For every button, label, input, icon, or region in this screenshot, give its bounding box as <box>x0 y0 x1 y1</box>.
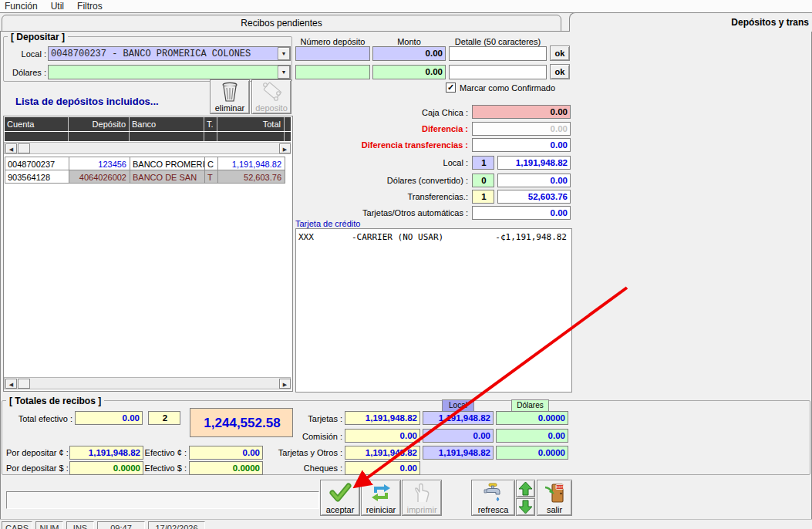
row1-banco[interactable]: BANCO PROMERICA <box>130 157 205 170</box>
comision-dolares-field[interactable]: 0.00 <box>496 429 568 443</box>
por-depositar-dolares-label: Por depositar $ : <box>6 463 68 473</box>
scroll-left-icon[interactable]: ◀ <box>5 379 17 389</box>
faucet-icon <box>481 482 506 504</box>
caja-chica-label: Caja Chica : <box>295 108 468 117</box>
deposit-slip-icon <box>260 81 283 103</box>
row1-cuenta[interactable]: 0048700237 <box>5 157 69 170</box>
menu-bar: Función Util Filtros <box>0 0 812 12</box>
efectivo-colones-label: Efectivo ¢ : <box>122 448 187 457</box>
caja-chica-field[interactable]: 0.00 <box>472 105 571 119</box>
local-combo-dropdown-icon[interactable]: ▼ <box>278 47 290 60</box>
local-bank-combobox[interactable]: 0048700237 - BANCO PROMERICA COLONES <box>48 46 291 61</box>
dolares-detalle-input[interactable] <box>449 65 547 79</box>
menu-util[interactable]: Util <box>51 1 64 12</box>
cheques-field[interactable]: 0.00 <box>345 461 420 475</box>
tarjeta-credito-listbox[interactable]: XXX -CARRIER (NO USAR) -¢1,191,948.82 <box>295 228 572 393</box>
tabstrip-baseline <box>0 31 571 32</box>
header-band <box>217 132 285 141</box>
header-band <box>5 132 69 141</box>
transferencias-field[interactable]: 52,603.76 <box>497 190 571 204</box>
salir-button-label: salir <box>547 505 562 514</box>
up-arrow-icon <box>517 481 534 496</box>
deposito-button[interactable]: deposito <box>251 79 291 114</box>
row1-total[interactable]: 1,191,948.82 <box>217 157 285 170</box>
por-depositar-colones-label: Por depositar ¢ : <box>6 448 68 457</box>
status-time: 09:47 <box>97 521 145 529</box>
transferencias-label: Transferencias.: <box>295 192 468 201</box>
scroll-left-icon[interactable]: ◀ <box>5 143 17 153</box>
tarjetas-dolares-field[interactable]: 0.0000 <box>496 411 568 425</box>
reiniciar-button[interactable]: reiniciar <box>361 480 401 516</box>
tarjeta-codigo: XXX <box>298 232 314 242</box>
scroll-right-icon[interactable]: ▶ <box>279 143 291 153</box>
efectivo-dolares-field[interactable]: 0.0000 <box>189 461 263 475</box>
dolares-monto-input[interactable]: 0.00 <box>372 65 446 79</box>
marcar-confirmado-checkbox[interactable]: ✓ <box>446 83 456 93</box>
tab-recibos-pendientes[interactable]: Recibos pendientes <box>2 15 561 32</box>
dolares-bank-combobox[interactable] <box>48 65 291 79</box>
move-up-button[interactable] <box>516 480 535 497</box>
local-ok-button[interactable]: ok <box>550 45 570 61</box>
resumen-local-field[interactable]: 1,191,948.82 <box>497 156 571 170</box>
menu-filtros[interactable]: Filtros <box>77 1 103 12</box>
down-arrow-icon <box>517 500 534 514</box>
salir-button[interactable]: EXIT salir <box>537 480 572 516</box>
comision-field[interactable]: 0.00 <box>345 429 420 443</box>
scrollbar-thumb[interactable] <box>18 143 30 153</box>
tarjetas-local-field[interactable]: 1,191,948.82 <box>423 411 494 425</box>
resumen-dolares-field[interactable]: 0.00 <box>497 174 571 187</box>
deposito-button-label: deposito <box>255 103 288 113</box>
refresca-button-label: refresca <box>478 505 509 514</box>
tarjetas-otros-dolares-field[interactable]: 0.0000 <box>496 446 568 460</box>
local-monto-input[interactable]: 0.00 <box>372 46 446 61</box>
scroll-right-icon[interactable]: ▶ <box>279 379 291 389</box>
total-efectivo-field[interactable]: 0.00 <box>75 411 143 425</box>
col-header-cuenta[interactable]: Cuenta <box>5 117 69 131</box>
comision-local-field[interactable]: 0.00 <box>423 429 494 443</box>
move-down-button[interactable] <box>516 498 535 516</box>
aceptar-button-label: aceptar <box>326 505 355 514</box>
refresca-button[interactable]: refresca <box>471 480 515 516</box>
row1-tipo[interactable]: C <box>204 157 218 170</box>
dolares-combo-dropdown-icon[interactable]: ▼ <box>278 66 290 79</box>
imprimir-button[interactable]: imprimir <box>402 480 442 516</box>
transferencias-count: 1 <box>472 190 494 204</box>
row2-tipo[interactable]: T <box>204 170 218 184</box>
row2-total[interactable]: 52,603.76 <box>217 170 285 184</box>
row2-banco[interactable]: BANCO DE SAN <box>130 170 205 184</box>
local-detalle-input[interactable] <box>449 46 547 61</box>
tarjeta-descripcion: -CARRIER (NO USAR) <box>352 232 443 242</box>
col-header-banco[interactable]: Banco <box>130 117 204 131</box>
col-header-t[interactable]: T. <box>204 117 217 131</box>
tarjetas-field[interactable]: 1,191,948.82 <box>345 411 420 425</box>
dolares-numero-deposito-input[interactable] <box>295 65 370 79</box>
col-header-total[interactable]: Total <box>217 117 285 131</box>
monto-header: Monto <box>372 37 446 46</box>
diferencia-transferencias-field[interactable]: 0.00 <box>472 138 571 152</box>
tarjetas-otros-local-field[interactable]: 1,191,948.82 <box>423 446 494 460</box>
efectivo-colones-field[interactable]: 0.00 <box>189 446 263 460</box>
grid-top-scrollbar[interactable]: ◀ ▶ <box>4 142 291 154</box>
local-numero-deposito-input[interactable] <box>295 46 370 61</box>
print-hand-icon <box>412 482 432 504</box>
refresh-cycle-icon <box>369 482 393 504</box>
marcar-confirmado-label: Marcar como Confirmado <box>460 83 555 93</box>
total-efectivo-count[interactable]: 2 <box>148 411 180 425</box>
eliminar-button[interactable]: eliminar <box>210 79 250 114</box>
resumen-dolares-label: Dólares (convertido) : <box>295 176 468 185</box>
tab-depositos-transferencias[interactable]: Depósitos y trans <box>569 12 812 32</box>
tarjeta-credito-label: Tarjeta de crédito <box>295 219 360 228</box>
dolares-ok-button[interactable]: ok <box>550 64 570 79</box>
menu-funcion[interactable]: Función <box>5 1 38 12</box>
tarjetas-automaticas-field[interactable]: 0.00 <box>472 206 571 220</box>
cheques-label: Cheques : <box>254 463 342 473</box>
diferencia-field: 0.00 <box>472 122 571 136</box>
row1-deposito[interactable]: 123456 <box>69 157 130 170</box>
col-header-deposito[interactable]: Depósito <box>69 117 130 131</box>
tarjetas-otros-field[interactable]: 1,191,948.82 <box>345 446 420 460</box>
aceptar-button[interactable]: aceptar <box>320 480 360 516</box>
row2-deposito[interactable]: 4064026002 <box>69 170 130 184</box>
row2-cuenta[interactable]: 903564128 <box>5 170 69 184</box>
grid-bottom-scrollbar[interactable]: ◀ ▶ <box>4 377 291 389</box>
scrollbar-thumb[interactable] <box>18 379 30 389</box>
